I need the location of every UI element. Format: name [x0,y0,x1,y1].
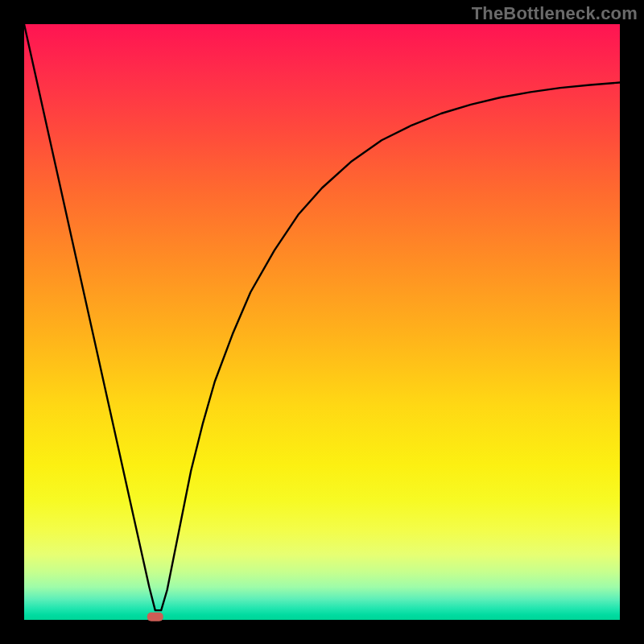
plot-area [24,24,620,620]
bottleneck-curve [24,24,620,610]
minimum-marker [147,613,163,621]
chart-frame: TheBottleneck.com [0,0,644,644]
watermark-text: TheBottleneck.com [472,3,638,24]
chart-svg [24,24,620,620]
